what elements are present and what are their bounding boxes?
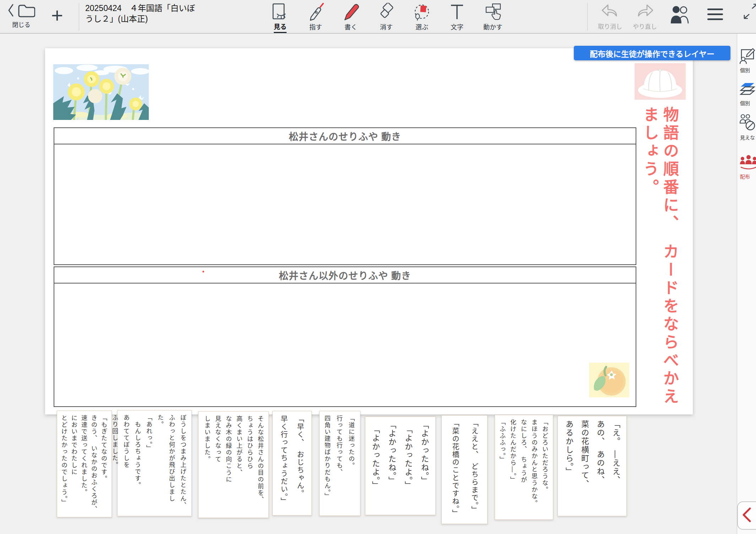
sidebar-item-individual-note[interactable]: 個別 — [739, 48, 756, 73]
stylus-icon — [307, 2, 325, 21]
others-lines-box: 松井さん以外のせりふや 動き — [54, 266, 636, 407]
toolbar: 閉じる + 20250424 ４年国語「白いぼ うし２」(山本正) 見る — [0, 0, 756, 34]
tool-move[interactable]: 動かす — [477, 2, 509, 33]
tool-view[interactable]: 見る — [264, 2, 297, 33]
sidebar-item-label: 個別 — [739, 99, 750, 106]
add-page-button[interactable]: + — [45, 4, 69, 26]
tool-text-label: 文字 — [451, 22, 463, 32]
tool-select[interactable]: 選ぶ — [406, 2, 438, 33]
sidebar-item-hide[interactable]: 見えな — [739, 114, 756, 141]
tool-select-label: 選ぶ — [415, 22, 428, 32]
story-card-6[interactable]: 「よかったね。」 「よかったよ。」 「よかったね。」 「よかったよ。」 — [365, 417, 436, 515]
tool-erase-label: 消す — [380, 22, 393, 32]
note-title-line2: うし２」(山本正) — [85, 13, 195, 24]
text-icon — [448, 2, 466, 21]
note-title: 20250424 ４年国語「白いぼ うし２」(山本正) — [85, 3, 195, 24]
distribute-people-icon — [739, 154, 756, 172]
story-card-9[interactable]: 「え。 ―ええ、 あの、 あのね、 菜の花横町って、 あるかしら。」 — [558, 416, 627, 516]
right-sidebar: 個別 個別 見えな — [737, 34, 756, 534]
story-card-3[interactable]: そんな松井さんの目の前を、 ちょうはひらひら 高くまい上がると、 なみ木の緑の向… — [198, 411, 269, 518]
matsui-lines-box: 松井さんのせりふや 動き — [54, 127, 636, 265]
menu-button[interactable] — [705, 8, 725, 23]
sidebar-item-label: 個別 — [739, 66, 750, 73]
board-pencil-person-icon — [739, 48, 756, 66]
folder-icon — [17, 2, 35, 19]
undo-label: 取り消し — [598, 22, 622, 31]
present-expand-button[interactable] — [743, 4, 756, 22]
close-label: 閉じる — [12, 20, 31, 29]
sidebar-item-distribute[interactable]: 配布 — [739, 154, 756, 180]
expand-arrows-icon — [743, 4, 756, 22]
people-hidden-icon — [739, 114, 756, 133]
participants-button[interactable] — [669, 5, 692, 26]
redo-button[interactable]: やり直し — [626, 4, 664, 31]
view-eye-icon — [271, 2, 289, 21]
undo-button[interactable]: 取り消し — [591, 4, 629, 31]
story-card-7[interactable]: 「ええと、 どちらまで。」 「菜の花橋のことですね。」 — [441, 415, 488, 524]
stray-red-dot — [202, 271, 204, 272]
sidebar-item-label: 配布 — [739, 173, 750, 180]
sidebar-item-individual-layer[interactable]: 個別 — [739, 81, 756, 106]
eraser-icon — [377, 2, 395, 21]
layer-banner: 配布後に生徒が操作できるレイヤー — [574, 46, 730, 60]
undo-icon — [600, 4, 620, 21]
sidebar-item-label: 見えな — [739, 134, 755, 141]
panel-collapse-tab[interactable] — [737, 501, 756, 530]
story-card-5[interactable]: 「道に迷ったの。 行っても行っても、 四角い建物ばかりだもん。」 — [319, 411, 360, 516]
others-lines-box-title: 松井さん以外のせりふや 動き — [54, 267, 636, 283]
white-hat-image — [635, 63, 686, 101]
note-title-line1: 20250424 ４年国語「白いぼ — [85, 3, 195, 13]
plus-icon: + — [51, 4, 63, 26]
instruction-text: 物語の順番に、 カードをならべかえ ましょう。 — [638, 106, 680, 419]
tool-text[interactable]: 文字 — [441, 2, 473, 33]
tool-move-label: 動かす — [483, 22, 502, 32]
tool-write-label: 書く — [344, 22, 357, 32]
toolbar-divider — [79, 3, 79, 31]
people-icon — [670, 5, 691, 26]
story-card-2[interactable]: ぼうしをつまみ上げたとたん、 ふわっと何かが飛び出しました。 「あれっ。」 もん… — [117, 410, 192, 516]
tool-view-label: 見る — [274, 22, 287, 33]
tool-erase[interactable]: 消す — [370, 2, 403, 33]
dandelion-image — [53, 64, 149, 121]
orange-image — [589, 363, 629, 399]
chevron-left-red-icon — [742, 507, 751, 524]
lasso-select-icon — [413, 2, 431, 21]
hamburger-icon — [707, 8, 724, 23]
tool-write[interactable]: 書く — [335, 2, 367, 33]
red-pencil-icon — [342, 2, 360, 21]
story-card-1[interactable]: 「もぎたてなのです。 きのう、 いなかのおふくろが、 速達で送ってくれました。 … — [57, 411, 112, 517]
story-card-4[interactable]: 「早く、 おじちゃん。 早く行ってちょうだい。」 — [272, 411, 312, 516]
redo-label: やり直し — [633, 22, 657, 31]
move-icon — [483, 2, 502, 21]
tool-point[interactable]: 指す — [299, 2, 332, 33]
layers-icon — [739, 81, 756, 99]
tool-point-label: 指す — [309, 22, 322, 32]
close-button[interactable]: 閉じる — [4, 2, 38, 29]
chevron-left-icon — [7, 3, 15, 19]
app-window: 閉じる + 20250424 ４年国語「白いぼ うし２」(山本正) 見る — [0, 0, 756, 534]
story-card-8[interactable]: 「おどろいただろうな。 まほうのみかんと思うかな。 なにしろ、 ちょうが 化けた… — [495, 415, 553, 520]
redo-icon — [635, 4, 655, 21]
toolbar-divider-right — [587, 3, 588, 31]
matsui-lines-box-title: 松井さんのせりふや 動き — [54, 128, 636, 144]
